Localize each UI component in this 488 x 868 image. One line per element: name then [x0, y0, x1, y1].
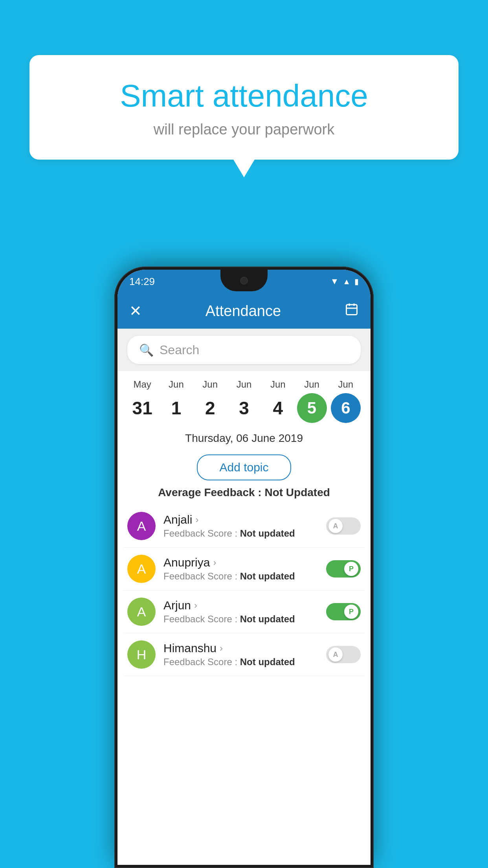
close-button[interactable]: ✕: [129, 302, 142, 320]
bubble-title: Smart attendance: [49, 79, 439, 113]
chevron-right-icon: ›: [194, 600, 197, 611]
student-avatar: A: [127, 598, 156, 626]
signal-icon: ▲: [343, 277, 350, 286]
calendar-icon[interactable]: [345, 302, 359, 320]
search-bar[interactable]: 🔍 Search: [127, 336, 361, 364]
app-header: ✕ Attendance: [117, 293, 371, 329]
cal-date-number[interactable]: 6: [331, 393, 361, 423]
cal-month-label: Jun: [304, 379, 319, 390]
cal-month-label: May: [133, 379, 151, 390]
toggle-knob: P: [344, 562, 358, 576]
cal-month-label: Jun: [270, 379, 286, 390]
calendar-day[interactable]: Jun1: [160, 379, 192, 423]
attendance-toggle[interactable]: P: [326, 560, 361, 577]
cal-month-label: Jun: [169, 379, 184, 390]
calendar-day[interactable]: Jun4: [262, 379, 294, 423]
student-item[interactable]: AArjun ›Feedback Score : Not updatedP: [123, 590, 365, 633]
calendar-strip: May31Jun1Jun2Jun3Jun4Jun5Jun6: [117, 371, 371, 425]
selected-date: Thursday, 06 June 2019: [117, 425, 371, 449]
student-avatar: A: [127, 555, 156, 583]
feedback-value: Not Updated: [264, 486, 330, 498]
student-item[interactable]: HHimanshu ›Feedback Score : Not updatedA: [123, 633, 365, 676]
cal-date-number[interactable]: 2: [195, 393, 225, 423]
chevron-right-icon: ›: [220, 643, 223, 654]
student-feedback-score: Feedback Score : Not updated: [163, 657, 326, 668]
phone-frame: 14:29 ▼ ▲ ▮ ✕ Attendance 🔍: [114, 267, 374, 868]
search-placeholder: Search: [160, 343, 199, 357]
student-name: Anjali ›: [163, 513, 326, 526]
attendance-toggle[interactable]: P: [326, 603, 361, 620]
student-avatar: H: [127, 640, 156, 669]
bubble-subtitle: will replace your paperwork: [49, 121, 439, 138]
calendar-day[interactable]: May31: [127, 379, 158, 423]
search-icon: 🔍: [139, 343, 154, 357]
cal-date-number[interactable]: 5: [297, 393, 327, 423]
add-topic-button[interactable]: Add topic: [197, 454, 291, 480]
student-info: Himanshu ›Feedback Score : Not updated: [163, 642, 326, 668]
student-info: Anjali ›Feedback Score : Not updated: [163, 513, 326, 539]
phone-screen: 14:29 ▼ ▲ ▮ ✕ Attendance 🔍: [117, 270, 371, 865]
phone-notch: [220, 270, 268, 291]
calendar-day[interactable]: Jun5: [296, 379, 328, 423]
add-topic-container: Add topic: [117, 454, 371, 480]
student-name: Arjun ›: [163, 599, 326, 612]
toggle-knob: A: [328, 519, 343, 533]
cal-month-label: Jun: [237, 379, 252, 390]
cal-month-label: Jun: [338, 379, 353, 390]
search-bar-container: 🔍 Search: [117, 329, 371, 371]
battery-icon: ▮: [354, 277, 359, 286]
student-name: Himanshu ›: [163, 642, 326, 655]
student-info: Arjun ›Feedback Score : Not updated: [163, 599, 326, 625]
chevron-right-icon: ›: [195, 514, 198, 525]
student-feedback-score: Feedback Score : Not updated: [163, 528, 326, 539]
toggle-knob: P: [344, 605, 358, 619]
speech-bubble-container: Smart attendance will replace your paper…: [29, 55, 459, 160]
student-list: AAnjali ›Feedback Score : Not updatedAAA…: [117, 505, 371, 676]
attendance-toggle[interactable]: A: [326, 517, 361, 535]
speech-bubble: Smart attendance will replace your paper…: [29, 55, 459, 160]
wifi-icon: ▼: [330, 276, 339, 287]
student-name: Anupriya ›: [163, 556, 326, 569]
cal-date-number[interactable]: 31: [127, 393, 157, 423]
calendar-day[interactable]: Jun3: [228, 379, 260, 423]
status-time: 14:29: [129, 276, 155, 288]
student-info: Anupriya ›Feedback Score : Not updated: [163, 556, 326, 582]
toggle-knob: A: [328, 647, 343, 662]
cal-date-number[interactable]: 3: [229, 393, 259, 423]
student-feedback-score: Feedback Score : Not updated: [163, 614, 326, 625]
status-icons: ▼ ▲ ▮: [330, 276, 359, 287]
average-feedback: Average Feedback : Not Updated: [117, 486, 371, 499]
camera: [240, 277, 248, 285]
header-title: Attendance: [205, 303, 281, 320]
feedback-label-text: Average Feedback :: [158, 486, 264, 498]
calendar-day[interactable]: Jun6: [330, 379, 361, 423]
student-item[interactable]: AAnjali ›Feedback Score : Not updatedA: [123, 505, 365, 548]
attendance-toggle[interactable]: A: [326, 646, 361, 663]
student-avatar: A: [127, 512, 156, 540]
svg-rect-0: [346, 305, 357, 315]
cal-date-number[interactable]: 1: [161, 393, 191, 423]
student-item[interactable]: AAnupriya ›Feedback Score : Not updatedP: [123, 548, 365, 590]
calendar-day[interactable]: Jun2: [194, 379, 226, 423]
student-feedback-score: Feedback Score : Not updated: [163, 571, 326, 582]
cal-month-label: Jun: [202, 379, 218, 390]
chevron-right-icon: ›: [213, 557, 216, 568]
cal-date-number[interactable]: 4: [263, 393, 293, 423]
